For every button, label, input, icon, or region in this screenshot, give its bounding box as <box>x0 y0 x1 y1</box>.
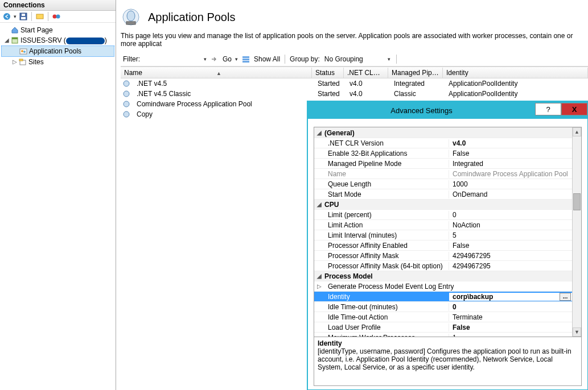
svg-point-22 <box>124 101 129 107</box>
col-identity[interactable]: Identity <box>443 68 588 78</box>
cell-status: Started <box>314 79 346 88</box>
go-icon[interactable] <box>210 55 219 64</box>
property-grid: ◢ (General) .NET CLR Version v4.0 Enable… <box>314 127 582 386</box>
connections-toolbar: ▾ <box>0 11 116 23</box>
category-label: (General) <box>324 129 449 137</box>
prop-value[interactable]: v4.0 <box>449 139 572 147</box>
col-name[interactable]: Name▲ <box>121 68 312 78</box>
prop-label: .NET CLR Version <box>324 139 449 147</box>
prop-row[interactable]: Enable 32-Bit Applications False <box>314 148 572 158</box>
prop-value[interactable]: False <box>449 242 572 250</box>
prop-row-identity[interactable]: Identity corp\backup ... <box>314 291 572 301</box>
prop-row[interactable]: Processor Affinity Mask (64-bit option) … <box>314 260 572 271</box>
prop-row[interactable]: ▷ Generate Process Model Event Log Entry <box>314 281 572 291</box>
scroll-down-button[interactable]: ▼ <box>573 327 581 337</box>
grid-row[interactable]: .NET v4.5 Started v4.0 Integrated Applic… <box>121 78 588 89</box>
prop-row[interactable]: Start Mode OnDemand <box>314 189 572 199</box>
go-button[interactable]: Go <box>223 55 232 63</box>
cell-name: Comindware Process Application Pool <box>133 99 314 109</box>
prop-label: Start Mode <box>324 190 449 198</box>
prop-row[interactable]: Managed Pipeline Mode Integrated <box>314 158 572 168</box>
prop-value[interactable]: 4294967295 <box>449 262 572 270</box>
group-by-label: Group by: <box>290 55 320 63</box>
show-all-icon[interactable] <box>241 55 250 64</box>
prop-label: Maximum Worker Processes <box>324 334 449 337</box>
prop-label: Processor Affinity Mask (64-bit option) <box>324 262 449 270</box>
close-button[interactable]: X <box>561 103 587 115</box>
prop-row[interactable]: Limit Interval (minutes) 5 <box>314 230 572 240</box>
prop-row[interactable]: .NET CLR Version v4.0 <box>314 138 572 148</box>
history-dropdown[interactable]: ▾ <box>14 14 17 19</box>
stop-icon[interactable] <box>52 12 61 21</box>
svg-rect-4 <box>36 14 43 19</box>
save-icon[interactable] <box>19 12 28 21</box>
go-dropdown[interactable]: ▾ <box>235 56 238 62</box>
prop-value[interactable]: 1000 <box>449 180 572 188</box>
collapse-icon[interactable]: ◢ <box>314 273 324 279</box>
dialog-titlebar[interactable]: Advanced Settings ? X <box>308 102 587 119</box>
prop-row[interactable]: Idle Time-out Action Terminate <box>314 312 572 322</box>
expand-icon[interactable]: ▷ <box>314 283 324 289</box>
prop-value[interactable]: OnDemand <box>449 190 572 198</box>
prop-row[interactable]: Load User Profile False <box>314 322 572 332</box>
collapse-icon[interactable]: ◢ <box>3 35 10 45</box>
scroll-track[interactable] <box>573 136 581 327</box>
svg-point-5 <box>53 15 57 19</box>
category-general[interactable]: ◢ (General) <box>314 127 572 138</box>
connections-tree: Start Page ◢ ISSUES-SRV () Application P… <box>0 23 116 69</box>
sites-icon <box>18 57 27 67</box>
connect-icon[interactable] <box>35 12 44 21</box>
property-grid-scrollbar[interactable]: ▲ ▼ <box>572 127 581 337</box>
prop-value[interactable]: 1 <box>449 334 572 337</box>
prop-value[interactable]: Terminate <box>449 313 572 321</box>
cell-identity: ApplicationPoolIdentity <box>445 79 588 88</box>
back-icon[interactable] <box>2 12 11 21</box>
prop-row[interactable]: Processor Affinity Enabled False <box>314 240 572 250</box>
scroll-thumb[interactable] <box>573 193 581 210</box>
tree-app-pools[interactable]: Application Pools <box>1 45 114 57</box>
expand-icon[interactable]: ▷ <box>11 57 18 67</box>
separator <box>285 55 285 64</box>
prop-row[interactable]: Maximum Worker Processes 1 <box>314 332 572 337</box>
filter-input[interactable] <box>143 54 200 64</box>
prop-label: Name <box>324 170 449 178</box>
prop-row[interactable]: Queue Length 1000 <box>314 179 572 189</box>
show-all-button[interactable]: Show All <box>254 55 280 63</box>
prop-value[interactable]: False <box>449 323 572 331</box>
group-by-combo[interactable]: No Grouping ▾ <box>323 55 392 63</box>
tree-sites[interactable]: ▷ Sites <box>1 57 114 67</box>
prop-row[interactable]: Processor Affinity Mask 4294967295 <box>314 250 572 260</box>
prop-value[interactable]: False <box>449 150 572 157</box>
prop-value[interactable]: 4294967295 <box>449 252 572 260</box>
svg-point-21 <box>124 91 129 97</box>
svg-rect-13 <box>19 59 23 61</box>
help-button[interactable]: ? <box>535 103 561 115</box>
category-cpu[interactable]: ◢ CPU <box>314 199 572 209</box>
prop-value[interactable]: 0 <box>449 211 572 219</box>
pool-icon <box>122 89 131 98</box>
tree-server[interactable]: ◢ ISSUES-SRV () <box>1 35 114 45</box>
filter-dropdown[interactable]: ▾ <box>204 56 207 62</box>
prop-row[interactable]: Idle Time-out (minutes) 0 <box>314 301 572 312</box>
grid-row[interactable]: .NET v4.5 Classic Started v4.0 Classic A… <box>121 89 588 99</box>
col-status[interactable]: Status <box>312 68 344 78</box>
collapse-icon[interactable]: ◢ <box>314 130 324 136</box>
col-clr[interactable]: .NET CLR V... <box>344 68 388 78</box>
prop-value[interactable]: Integrated <box>449 160 572 168</box>
category-process-model[interactable]: ◢ Process Model <box>314 271 572 281</box>
separator <box>31 12 32 21</box>
cell-clr: v4.0 <box>346 79 390 88</box>
property-description-title: Identity <box>318 339 578 347</box>
prop-value[interactable]: corp\backup ... <box>449 293 572 301</box>
scroll-up-button[interactable]: ▲ <box>573 127 581 136</box>
ellipsis-button[interactable]: ... <box>560 293 571 301</box>
tree-start-page[interactable]: Start Page <box>1 25 114 35</box>
collapse-icon[interactable]: ◢ <box>314 201 324 208</box>
prop-row[interactable]: Limit Action NoAction <box>314 219 572 230</box>
prop-value[interactable]: NoAction <box>449 221 572 229</box>
prop-row[interactable]: Limit (percent) 0 <box>314 209 572 219</box>
col-pipeline[interactable]: Managed Pipel... <box>388 68 443 78</box>
prop-value[interactable]: 0 <box>449 303 572 311</box>
page-description: This page lets you view and manage the l… <box>121 32 588 52</box>
prop-value[interactable]: 5 <box>449 231 572 239</box>
